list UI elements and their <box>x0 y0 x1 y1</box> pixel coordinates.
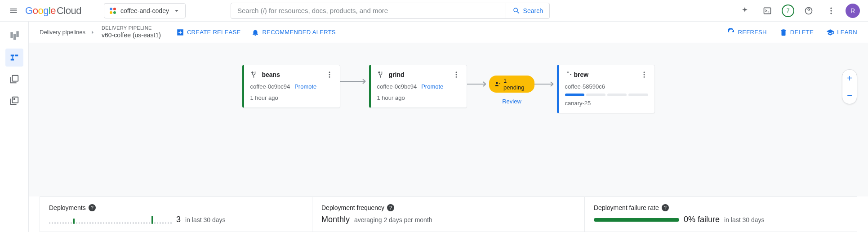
canary-label: canary-25 <box>565 100 648 107</box>
rail-delivery-pipelines[interactable] <box>5 49 23 67</box>
svg-rect-0 <box>764 8 771 13</box>
learn-button[interactable]: LEARN <box>826 28 857 36</box>
cloud-deploy-product-icon[interactable] <box>5 27 23 45</box>
recommended-alerts-label: RECOMMENDED ALERTS <box>262 29 335 36</box>
gemini-button[interactable] <box>737 3 753 19</box>
approval-icon <box>494 81 501 87</box>
create-release-label: CREATE RELEASE <box>187 29 241 36</box>
learn-label: LEARN <box>837 29 857 36</box>
stage-brew-name: brew <box>574 71 589 78</box>
svg-rect-5 <box>12 76 18 81</box>
stage-beans-name: beans <box>262 71 280 78</box>
metric-failure-title: Deployment failure rate <box>594 204 659 211</box>
refresh-icon <box>727 28 735 36</box>
help-button[interactable] <box>801 3 817 19</box>
terminal-icon <box>763 6 772 15</box>
free-trial-badge[interactable]: 7 <box>782 4 794 17</box>
arrow-right-icon <box>340 78 369 85</box>
canary-progress <box>565 94 648 96</box>
delete-button[interactable]: DELETE <box>779 28 814 36</box>
cloud-shell-button[interactable] <box>759 3 775 19</box>
svg-point-14 <box>496 82 498 84</box>
stage-grind-release: coffee-0c9bc94 <box>377 83 417 90</box>
merge-icon <box>377 71 385 79</box>
cloud-word: Cloud <box>57 5 81 17</box>
connector-pending: 1 pending Review <box>467 65 557 105</box>
refresh-button[interactable]: REFRESH <box>727 28 767 36</box>
recommended-alerts-button[interactable]: RECOMMENDED ALERTS <box>251 28 335 36</box>
help-icon <box>804 6 813 15</box>
account-avatar[interactable]: R <box>846 4 860 18</box>
pipeline-title: DELIVERY PIPELINE v60-coffee (us-east1) <box>102 25 161 39</box>
svg-point-15 <box>643 71 645 73</box>
topbar: Google Cloud coffee-and-codey Search 7 <box>0 0 868 22</box>
metric-failure-value: 0% failure <box>684 215 720 224</box>
main-menu-button[interactable] <box>5 3 22 19</box>
rail-releases[interactable] <box>5 70 23 88</box>
pipeline-name: v60-coffee (us-east1) <box>102 31 161 40</box>
stage-grind-name: grind <box>389 71 405 78</box>
review-link[interactable]: Review <box>502 98 521 105</box>
google-cloud-logo[interactable]: Google Cloud <box>25 5 81 17</box>
left-rail <box>0 22 29 232</box>
svg-rect-6 <box>12 97 18 103</box>
svg-point-13 <box>455 76 457 78</box>
svg-point-10 <box>329 76 330 78</box>
zoom-in-button[interactable]: + <box>842 70 857 87</box>
metric-frequency-title: Deployment frequency <box>321 204 384 211</box>
help-badge-icon[interactable]: ? <box>89 204 96 211</box>
zoom-out-button[interactable]: − <box>842 87 857 104</box>
caret-down-icon <box>173 7 181 15</box>
svg-point-16 <box>643 74 645 76</box>
stage-beans-menu[interactable] <box>325 71 334 79</box>
search-icon <box>512 7 521 15</box>
stage-beans-promote[interactable]: Promote <box>294 83 316 90</box>
search-button[interactable]: Search <box>506 3 549 18</box>
metric-frequency-suffix: averaging 2 days per month <box>354 216 432 223</box>
metrics-panel: Deployments ? 3 in last 30 days Deployme… <box>40 196 857 232</box>
breadcrumb-pipelines[interactable]: Delivery pipelines <box>40 29 85 36</box>
svg-point-9 <box>329 74 330 76</box>
bell-icon <box>251 28 259 36</box>
help-badge-icon[interactable]: ? <box>662 204 669 211</box>
stage-grind-menu[interactable] <box>452 71 460 79</box>
graduation-cap-icon <box>826 28 834 36</box>
stage-grind[interactable]: grind coffee-0c9bc94 Promote 1 hour ago <box>369 65 467 108</box>
arrow-right-icon <box>467 81 490 87</box>
project-picker[interactable]: coffee-and-codey <box>104 3 186 18</box>
stack-icon <box>9 74 19 84</box>
stage-brew[interactable]: brew coffee-58590c6 canary-25 <box>557 65 655 113</box>
chevron-right-icon <box>89 29 96 36</box>
trial-days: 7 <box>786 7 789 14</box>
svg-point-12 <box>455 74 457 76</box>
pipeline-canvas: beans coffee-0c9bc94 Promote 1 hour ago <box>29 43 868 196</box>
stage-beans[interactable]: beans coffee-0c9bc94 Promote 1 hour ago <box>242 65 340 108</box>
create-release-button[interactable]: CREATE RELEASE <box>176 28 241 36</box>
connector-1 <box>340 65 369 85</box>
subheader-actions-left: CREATE RELEASE RECOMMENDED ALERTS <box>176 28 336 36</box>
stage-grind-promote[interactable]: Promote <box>421 83 443 90</box>
avatar-initial: R <box>850 7 855 14</box>
help-badge-icon[interactable]: ? <box>387 204 394 211</box>
pending-label: 1 pending <box>503 77 529 91</box>
hamburger-icon <box>9 6 18 15</box>
metric-failure: Deployment failure rate ? 0% failure in … <box>584 197 857 232</box>
overflow-menu-button[interactable] <box>823 3 839 19</box>
search-input[interactable] <box>231 3 506 18</box>
zoom-control: + − <box>842 69 857 104</box>
rail-targets[interactable] <box>5 92 23 110</box>
pending-approval-chip[interactable]: 1 pending <box>489 76 534 93</box>
stage-row: beans coffee-0c9bc94 Promote 1 hour ago <box>29 65 868 113</box>
stage-brew-menu[interactable] <box>640 71 648 79</box>
more-vert-icon <box>640 71 648 79</box>
stage-beans-release: coffee-0c9bc94 <box>250 83 290 90</box>
more-vert-icon <box>452 71 460 79</box>
stage-grind-time: 1 hour ago <box>377 94 460 101</box>
refresh-label: REFRESH <box>738 29 767 36</box>
loading-icon <box>565 71 571 78</box>
deploy-logo-icon <box>9 30 20 42</box>
pipeline-icon <box>9 53 19 62</box>
metric-frequency: Deployment frequency ? Monthly averaging… <box>312 197 584 232</box>
stage-beans-time: 1 hour ago <box>250 94 334 101</box>
stage-brew-release: coffee-58590c6 <box>565 83 605 90</box>
